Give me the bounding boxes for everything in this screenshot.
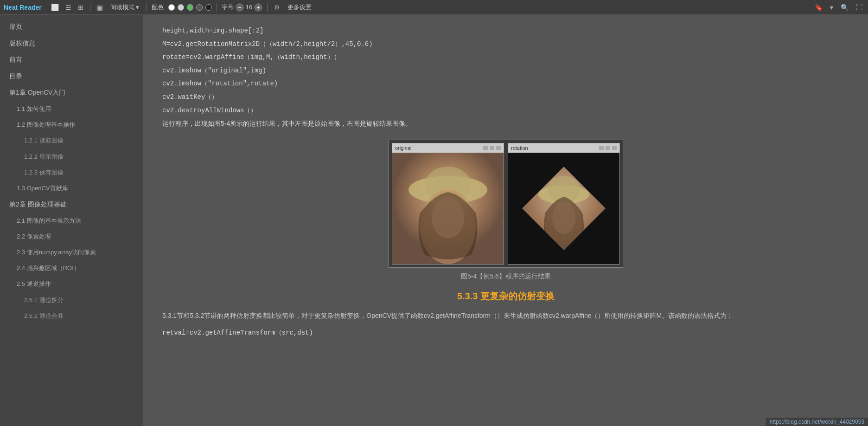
fullscreen-icon[interactable]: ⛶	[854, 3, 864, 12]
paragraph-text: 5.3.1节和5.3.2节讲的两种仿射变换都比较简单，对于更复杂仿射变换，Ope…	[162, 310, 849, 322]
toolbar-separator-4	[267, 3, 268, 12]
statusbar-url: https://blog.csdn.net/weixin_44029053	[770, 419, 864, 425]
toolbar-separator-2	[147, 3, 147, 12]
toolbar-separator-3	[217, 3, 217, 12]
statusbar: https://blog.csdn.net/weixin_44029053	[766, 418, 868, 426]
more-settings-button[interactable]: 更多设置	[285, 2, 314, 13]
sidebar-item[interactable]: 1.2.3 保存图像	[0, 165, 143, 181]
color-light[interactable]	[178, 4, 184, 11]
code-last: retval=cv2.getAffineTransform（src,dst)	[162, 326, 849, 340]
figure-container: original	[162, 140, 849, 268]
window1-title: original	[395, 145, 411, 151]
color-black[interactable]	[205, 4, 212, 11]
color-dark[interactable]	[196, 4, 203, 11]
code-line-3: rotate=cv2.warpAffine（img,M,（width,heigh…	[162, 51, 849, 64]
sidebar-item[interactable]: 扉页	[0, 19, 143, 35]
sidebar-item[interactable]: 1.2.1 读取图像	[0, 133, 143, 148]
content-area[interactable]: height,width=img.shape[:2] M=cv2.getRota…	[144, 15, 868, 426]
list-icon[interactable]: ☰	[64, 3, 73, 12]
sidebar-item[interactable]: 2.3 使用numpy.array访问像素	[0, 245, 143, 260]
sidebar-item[interactable]: 2.5.1 通道拆分	[0, 292, 143, 308]
sidebar-item[interactable]: 1.2 图像处理基本操作	[0, 117, 143, 133]
sidebar-item[interactable]: 第1章 OpenCV入门	[0, 84, 143, 101]
grid-icon[interactable]: ⊞	[76, 3, 85, 12]
window2-title: rotation	[511, 145, 528, 151]
sidebar-item[interactable]: 2.1 图像的基本表示方法	[0, 213, 143, 229]
color-green[interactable]	[187, 4, 193, 11]
settings-gear-icon[interactable]: ⚙	[272, 3, 282, 12]
sidebar-item[interactable]: 1.3 OpenCV贡献库	[0, 181, 143, 196]
dropdown-arrow-icon: ▾	[136, 4, 139, 11]
code-line-1: height,width=img.shape[:2]	[162, 24, 849, 38]
window1-body	[392, 153, 504, 264]
reading-mode-icon[interactable]: ▣	[95, 3, 105, 12]
font-size-value: 16	[246, 4, 252, 11]
window-original: original	[392, 143, 504, 265]
sidebar: 扉页版权信息前言目录第1章 OpenCV入门1.1 如何使用1.2 图像处理基本…	[0, 15, 144, 426]
bookmark-dropdown-icon[interactable]: ▾	[828, 3, 835, 12]
reading-mode-button[interactable]: 阅读模式 ▾	[108, 2, 142, 13]
font-size-decrease[interactable]: −	[236, 3, 244, 12]
sidebar-item[interactable]: 目录	[0, 68, 143, 85]
figure-caption: 图5-4【例5.6】程序的运行结果	[162, 272, 849, 281]
sidebar-item[interactable]: 2.4 感兴趣区域（ROI）	[0, 260, 143, 276]
window-rotation: rotation	[508, 143, 620, 265]
app-title: Neat Reader	[4, 4, 42, 11]
search-icon[interactable]: 🔍	[839, 3, 850, 12]
bookmark-icon[interactable]: 🔖	[813, 3, 824, 12]
sidebar-item[interactable]: 1.2.2 显示图像	[0, 149, 143, 165]
font-size-control: 字号 − 16 +	[222, 3, 262, 12]
sidebar-item[interactable]: 第2章 图像处理基础	[0, 196, 143, 213]
toolbar-separator-1	[90, 3, 90, 12]
code-line-5: cv2.imshow（"rotation",rotate)	[162, 77, 849, 90]
sidebar-item[interactable]: 前言	[0, 52, 143, 68]
code-line-2: M=cv2.getRotationMatrix2D（（width/2,heigh…	[162, 38, 849, 51]
main-area: 扉页版权信息前言目录第1章 OpenCV入门1.1 如何使用1.2 图像处理基本…	[0, 15, 868, 426]
color-white[interactable]	[168, 4, 175, 11]
toolbar: Neat Reader ⬜ ☰ ⊞ ▣ 阅读模式 ▾ 配色 字号 − 16 + …	[0, 0, 868, 15]
copy-icon[interactable]: ⬜	[49, 3, 61, 12]
sidebar-item[interactable]: 2.5.2 通道合并	[0, 308, 143, 324]
code-line-4: cv2.imshow（"original",img)	[162, 64, 849, 77]
code-line-8: 运行程序，出现如图5-4所示的运行结果，其中左图是原始图像，右图是旋转结果图像。	[162, 117, 849, 130]
code-line-6: cv2.waitKey（）	[162, 90, 849, 104]
color-label: 配色	[152, 3, 164, 12]
sidebar-item[interactable]: 2.5 通道操作	[0, 276, 143, 292]
sidebar-item[interactable]: 2.2 像素处理	[0, 229, 143, 245]
code-line-7: cv2.destroyAllWindows（）	[162, 104, 849, 117]
window2-body	[508, 153, 619, 264]
font-size-increase[interactable]: +	[254, 3, 262, 12]
sidebar-item[interactable]: 版权信息	[0, 35, 143, 52]
section-heading: 5.3.3 更复杂的仿射变换	[162, 290, 849, 303]
font-size-label: 字号	[222, 3, 234, 12]
sidebar-item[interactable]: 1.1 如何使用	[0, 101, 143, 117]
toolbar-right-actions: 🔖 ▾ 🔍 ⛶	[813, 3, 864, 12]
